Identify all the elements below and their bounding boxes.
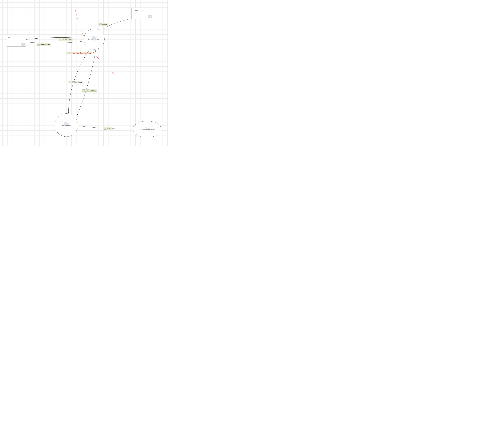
flow-uicommands-edge [26,37,85,40]
node-telemonitoringserver[interactable]: TelemonitoringServer [133,121,161,137]
svg-rect-0 [145,127,147,130]
server-icon [145,127,150,131]
node-powersource-label: PowerSource [133,9,144,11]
external-icon [22,43,25,46]
gear-icon [91,35,97,41]
flow-label-btcommands[interactable]: BTCommands [82,89,97,92]
trust-boundary-label[interactable]: Generic Trust Boundary (Arc) [66,52,92,55]
external-icon [148,15,152,18]
node-smartphone[interactable]: Smartphone [55,113,78,137]
node-user[interactable]: User [7,36,26,46]
flow-label-power[interactable]: Power [99,23,108,26]
node-powersource[interactable]: PowerSource [131,8,153,19]
svg-rect-1 [147,128,150,130]
diagram-canvas[interactable]: User PowerSource BloodPressure Smartphon… [0,0,168,146]
flow-label-3g4g[interactable]: 3G/4G [103,127,112,130]
flow-uiresponses-edge [26,41,85,43]
node-user-label: User [8,37,12,39]
node-bloodpressure[interactable]: BloodPressure [84,29,104,49]
flow-label-btresponses[interactable]: BTResponses [68,81,83,83]
flow-label-uicommands[interactable]: UICommands [58,38,73,41]
flow-power-edge [104,19,131,29]
flow-label-uiresponses[interactable]: UIResponses [37,43,51,46]
gear-icon [63,121,69,127]
